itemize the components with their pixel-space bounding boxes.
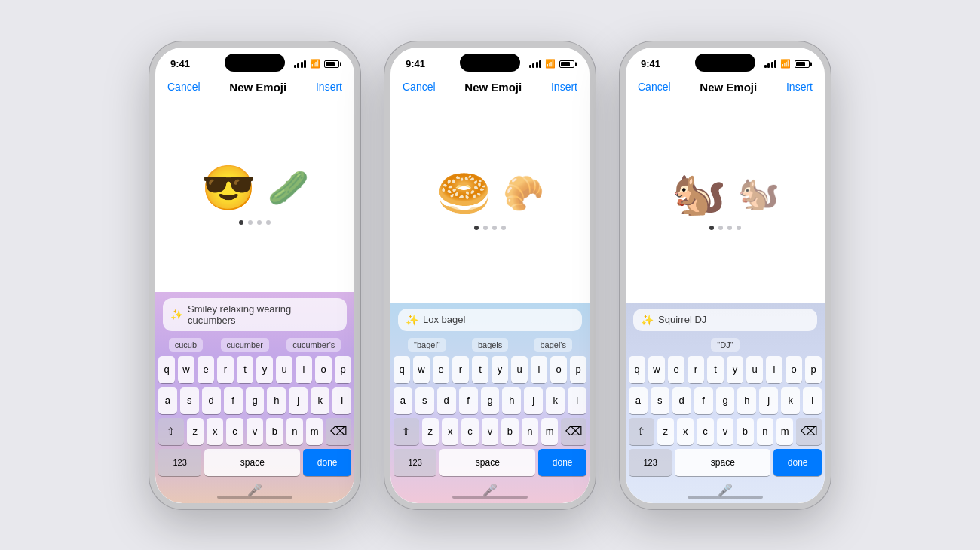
key-q[interactable]: q xyxy=(629,356,645,383)
suggestion-item[interactable]: cucumber's xyxy=(286,338,341,352)
page-dot[interactable] xyxy=(709,226,714,230)
backspace-key[interactable]: ⌫ xyxy=(796,418,822,445)
key-c[interactable]: c xyxy=(226,418,243,445)
key-i[interactable]: i xyxy=(296,356,312,383)
key-k[interactable]: k xyxy=(546,387,565,414)
backspace-key[interactable]: ⌫ xyxy=(561,418,586,445)
key-n[interactable]: n xyxy=(286,418,303,445)
key-x[interactable]: x xyxy=(207,418,223,445)
key-n[interactable]: n xyxy=(522,418,538,445)
page-dot[interactable] xyxy=(257,220,262,225)
search-box[interactable]: ✨ Smiley relaxing wearing cucumbers xyxy=(163,298,347,331)
key-k[interactable]: k xyxy=(311,387,329,414)
shift-key[interactable]: ⇧ xyxy=(158,418,184,445)
key-k[interactable]: k xyxy=(781,387,800,414)
key-s[interactable]: s xyxy=(415,387,434,414)
key-l[interactable]: l xyxy=(332,387,351,414)
insert-button[interactable]: Insert xyxy=(786,81,813,93)
key-q[interactable]: q xyxy=(158,356,175,383)
key-m[interactable]: m xyxy=(776,418,793,445)
cancel-button[interactable]: Cancel xyxy=(167,81,201,93)
key-l[interactable]: l xyxy=(568,387,586,414)
key-e[interactable]: e xyxy=(198,356,214,383)
search-box[interactable]: ✨ Lox bagel xyxy=(398,309,582,331)
page-dot[interactable] xyxy=(474,226,479,230)
key-b[interactable]: b xyxy=(501,418,518,445)
page-dot[interactable] xyxy=(248,220,253,225)
key-h[interactable]: h xyxy=(267,387,286,414)
key-w[interactable]: w xyxy=(648,356,665,383)
emoji-primary[interactable]: 🐿️ xyxy=(672,171,726,215)
key-e[interactable]: e xyxy=(668,356,684,383)
key-t[interactable]: t xyxy=(237,356,253,383)
key-h[interactable]: h xyxy=(502,387,521,414)
key-u[interactable]: u xyxy=(511,356,528,383)
key-v[interactable]: v xyxy=(247,418,263,445)
cancel-button[interactable]: Cancel xyxy=(403,81,436,93)
shift-key[interactable]: ⇧ xyxy=(629,418,654,445)
key-x[interactable]: x xyxy=(677,418,694,445)
cancel-button[interactable]: Cancel xyxy=(638,81,671,93)
key-f[interactable]: f xyxy=(459,387,478,414)
key-b[interactable]: b xyxy=(737,418,753,445)
key-z[interactable]: z xyxy=(422,418,439,445)
suggestion-item[interactable]: "DJ" xyxy=(711,338,739,352)
done-key[interactable]: done xyxy=(773,449,822,476)
key-a[interactable]: a xyxy=(394,387,412,414)
key-h[interactable]: h xyxy=(737,387,756,414)
key-v[interactable]: v xyxy=(482,418,498,445)
key-o[interactable]: o xyxy=(550,356,567,383)
key-t[interactable]: t xyxy=(707,356,724,383)
search-box[interactable]: ✨ Squirrel DJ xyxy=(633,309,817,331)
key-g[interactable]: g xyxy=(716,387,735,414)
key-j[interactable]: j xyxy=(759,387,778,414)
key-n[interactable]: n xyxy=(757,418,773,445)
done-key[interactable]: done xyxy=(303,449,351,476)
key-c[interactable]: c xyxy=(461,418,478,445)
emoji-secondary[interactable]: 🥒 xyxy=(268,171,309,204)
space-key[interactable]: space xyxy=(204,449,300,476)
space-key[interactable]: space xyxy=(439,449,535,476)
key-r[interactable]: r xyxy=(217,356,234,383)
nums-key[interactable]: 123 xyxy=(394,449,436,476)
key-y[interactable]: y xyxy=(492,356,508,383)
key-b[interactable]: b xyxy=(266,418,283,445)
page-dot[interactable] xyxy=(727,226,732,230)
key-p[interactable]: p xyxy=(570,356,586,383)
page-dot[interactable] xyxy=(239,220,243,225)
key-u[interactable]: u xyxy=(276,356,292,383)
key-a[interactable]: a xyxy=(158,387,177,414)
nums-key[interactable]: 123 xyxy=(629,449,672,476)
key-z[interactable]: z xyxy=(657,418,674,445)
key-z[interactable]: z xyxy=(187,418,204,445)
page-dot[interactable] xyxy=(501,226,506,230)
key-m[interactable]: m xyxy=(306,418,323,445)
key-s[interactable]: s xyxy=(651,387,669,414)
nums-key[interactable]: 123 xyxy=(158,449,201,476)
key-e[interactable]: e xyxy=(433,356,449,383)
key-f[interactable]: f xyxy=(224,387,243,414)
key-f[interactable]: f xyxy=(694,387,713,414)
key-d[interactable]: d xyxy=(437,387,456,414)
page-dot[interactable] xyxy=(718,226,723,230)
emoji-primary[interactable]: 😎 xyxy=(201,166,256,210)
key-t[interactable]: t xyxy=(472,356,488,383)
insert-button[interactable]: Insert xyxy=(551,81,577,93)
key-q[interactable]: q xyxy=(394,356,410,383)
key-w[interactable]: w xyxy=(413,356,430,383)
key-s[interactable]: s xyxy=(180,387,199,414)
key-p[interactable]: p xyxy=(335,356,351,383)
emoji-primary[interactable]: 🥯 xyxy=(436,171,491,215)
page-dot[interactable] xyxy=(266,220,271,225)
backspace-key[interactable]: ⌫ xyxy=(326,418,351,445)
key-p[interactable]: p xyxy=(805,356,822,383)
done-key[interactable]: done xyxy=(538,449,586,476)
key-y[interactable]: y xyxy=(727,356,743,383)
shift-key[interactable]: ⇧ xyxy=(394,418,419,445)
space-key[interactable]: space xyxy=(675,449,770,476)
page-dot[interactable] xyxy=(737,226,741,230)
suggestion-item[interactable]: cucub xyxy=(169,338,203,352)
key-u[interactable]: u xyxy=(746,356,763,383)
key-r[interactable]: r xyxy=(688,356,704,383)
emoji-secondary[interactable]: 🥐 xyxy=(503,177,544,210)
